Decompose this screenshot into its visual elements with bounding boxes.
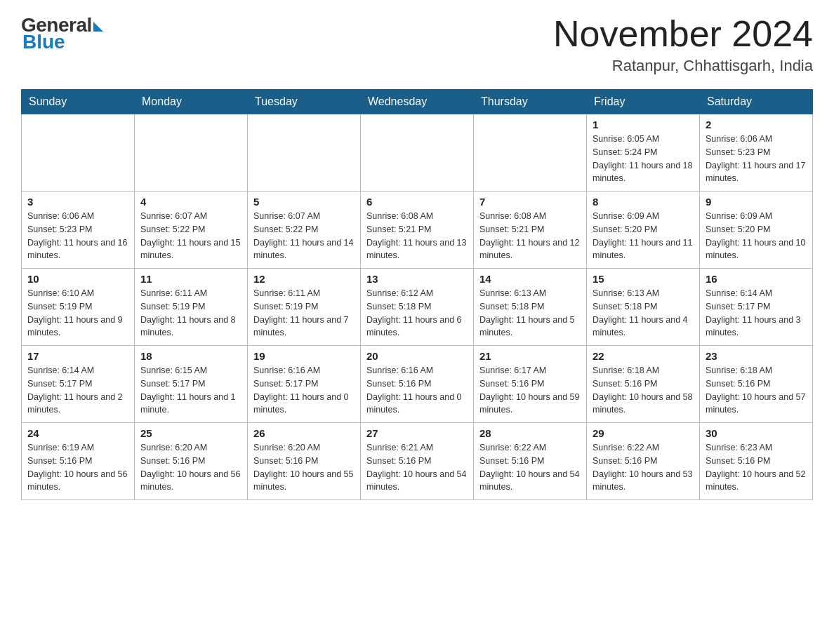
day-number: 20 xyxy=(366,350,468,362)
weekday-header: Tuesday xyxy=(248,90,361,114)
calendar-cell: 29Sunrise: 6:22 AMSunset: 5:16 PMDayligh… xyxy=(587,423,700,500)
calendar-week-row: 17Sunrise: 6:14 AMSunset: 5:17 PMDayligh… xyxy=(22,346,813,423)
day-number: 23 xyxy=(706,350,807,362)
day-info: Sunrise: 6:11 AMSunset: 5:19 PMDaylight:… xyxy=(253,287,355,340)
day-info: Sunrise: 6:15 AMSunset: 5:17 PMDaylight:… xyxy=(140,364,241,417)
day-info: Sunrise: 6:21 AMSunset: 5:16 PMDaylight:… xyxy=(366,441,468,494)
weekday-header: Saturday xyxy=(700,90,813,114)
day-info: Sunrise: 6:12 AMSunset: 5:18 PMDaylight:… xyxy=(366,287,468,340)
page-header: General Blue November 2024 Ratanpur, Chh… xyxy=(21,14,813,75)
day-number: 19 xyxy=(253,350,355,362)
calendar-cell: 3Sunrise: 6:06 AMSunset: 5:23 PMDaylight… xyxy=(22,192,135,269)
day-number: 26 xyxy=(253,427,355,439)
calendar-week-row: 3Sunrise: 6:06 AMSunset: 5:23 PMDaylight… xyxy=(22,192,813,269)
day-number: 4 xyxy=(140,196,241,208)
day-info: Sunrise: 6:23 AMSunset: 5:16 PMDaylight:… xyxy=(706,441,807,494)
day-number: 25 xyxy=(140,427,241,439)
day-info: Sunrise: 6:20 AMSunset: 5:16 PMDaylight:… xyxy=(253,441,355,494)
day-number: 16 xyxy=(706,273,807,285)
weekday-header: Sunday xyxy=(22,90,135,114)
day-number: 12 xyxy=(253,273,355,285)
day-number: 28 xyxy=(479,427,581,439)
day-info: Sunrise: 6:16 AMSunset: 5:17 PMDaylight:… xyxy=(253,364,355,417)
day-info: Sunrise: 6:22 AMSunset: 5:16 PMDaylight:… xyxy=(479,441,581,494)
day-number: 27 xyxy=(366,427,468,439)
day-info: Sunrise: 6:08 AMSunset: 5:21 PMDaylight:… xyxy=(479,210,581,262)
month-title: November 2024 xyxy=(553,14,813,54)
day-number: 5 xyxy=(253,196,355,208)
day-info: Sunrise: 6:16 AMSunset: 5:16 PMDaylight:… xyxy=(366,364,468,417)
calendar-cell: 19Sunrise: 6:16 AMSunset: 5:17 PMDayligh… xyxy=(248,346,361,423)
calendar-cell: 6Sunrise: 6:08 AMSunset: 5:21 PMDaylight… xyxy=(361,192,474,269)
weekday-header: Friday xyxy=(587,90,700,114)
calendar-cell: 9Sunrise: 6:09 AMSunset: 5:20 PMDaylight… xyxy=(700,192,813,269)
weekday-header: Wednesday xyxy=(361,90,474,114)
calendar-cell: 12Sunrise: 6:11 AMSunset: 5:19 PMDayligh… xyxy=(248,269,361,346)
calendar-cell xyxy=(248,114,361,192)
calendar-cell xyxy=(135,114,248,192)
day-number: 30 xyxy=(706,427,807,439)
calendar-cell xyxy=(361,114,474,192)
logo: General Blue xyxy=(21,14,103,53)
calendar-week-row: 24Sunrise: 6:19 AMSunset: 5:16 PMDayligh… xyxy=(22,423,813,500)
day-number: 3 xyxy=(27,196,128,208)
day-info: Sunrise: 6:08 AMSunset: 5:21 PMDaylight:… xyxy=(366,210,468,262)
day-info: Sunrise: 6:18 AMSunset: 5:16 PMDaylight:… xyxy=(706,364,807,417)
day-info: Sunrise: 6:06 AMSunset: 5:23 PMDaylight:… xyxy=(27,210,128,262)
calendar-cell: 11Sunrise: 6:11 AMSunset: 5:19 PMDayligh… xyxy=(135,269,248,346)
day-info: Sunrise: 6:20 AMSunset: 5:16 PMDaylight:… xyxy=(140,441,241,494)
calendar-cell: 4Sunrise: 6:07 AMSunset: 5:22 PMDaylight… xyxy=(135,192,248,269)
day-info: Sunrise: 6:22 AMSunset: 5:16 PMDaylight:… xyxy=(593,441,694,494)
day-number: 6 xyxy=(366,196,468,208)
calendar-cell: 7Sunrise: 6:08 AMSunset: 5:21 PMDaylight… xyxy=(474,192,587,269)
day-number: 2 xyxy=(706,119,807,130)
calendar-week-row: 1Sunrise: 6:05 AMSunset: 5:24 PMDaylight… xyxy=(22,114,813,192)
calendar-cell: 20Sunrise: 6:16 AMSunset: 5:16 PMDayligh… xyxy=(361,346,474,423)
day-number: 17 xyxy=(27,350,128,362)
calendar-cell: 23Sunrise: 6:18 AMSunset: 5:16 PMDayligh… xyxy=(700,346,813,423)
calendar-cell: 24Sunrise: 6:19 AMSunset: 5:16 PMDayligh… xyxy=(22,423,135,500)
day-info: Sunrise: 6:18 AMSunset: 5:16 PMDaylight:… xyxy=(593,364,694,417)
calendar-cell: 8Sunrise: 6:09 AMSunset: 5:20 PMDaylight… xyxy=(587,192,700,269)
calendar-cell: 30Sunrise: 6:23 AMSunset: 5:16 PMDayligh… xyxy=(700,423,813,500)
day-info: Sunrise: 6:06 AMSunset: 5:23 PMDaylight:… xyxy=(706,133,807,185)
calendar-cell: 18Sunrise: 6:15 AMSunset: 5:17 PMDayligh… xyxy=(135,346,248,423)
day-info: Sunrise: 6:11 AMSunset: 5:19 PMDaylight:… xyxy=(140,287,241,340)
day-number: 24 xyxy=(27,427,128,439)
day-info: Sunrise: 6:13 AMSunset: 5:18 PMDaylight:… xyxy=(593,287,694,340)
day-number: 18 xyxy=(140,350,241,362)
weekday-header: Monday xyxy=(135,90,248,114)
title-block: November 2024 Ratanpur, Chhattisgarh, In… xyxy=(553,14,813,75)
calendar-week-row: 10Sunrise: 6:10 AMSunset: 5:19 PMDayligh… xyxy=(22,269,813,346)
calendar-cell: 13Sunrise: 6:12 AMSunset: 5:18 PMDayligh… xyxy=(361,269,474,346)
day-info: Sunrise: 6:10 AMSunset: 5:19 PMDaylight:… xyxy=(27,287,128,340)
day-info: Sunrise: 6:09 AMSunset: 5:20 PMDaylight:… xyxy=(706,210,807,262)
day-info: Sunrise: 6:05 AMSunset: 5:24 PMDaylight:… xyxy=(593,133,694,185)
calendar-table: SundayMondayTuesdayWednesdayThursdayFrid… xyxy=(21,89,813,500)
day-info: Sunrise: 6:09 AMSunset: 5:20 PMDaylight:… xyxy=(593,210,694,262)
calendar-cell: 5Sunrise: 6:07 AMSunset: 5:22 PMDaylight… xyxy=(248,192,361,269)
calendar-cell: 21Sunrise: 6:17 AMSunset: 5:16 PMDayligh… xyxy=(474,346,587,423)
day-info: Sunrise: 6:14 AMSunset: 5:17 PMDaylight:… xyxy=(706,287,807,340)
calendar-cell: 10Sunrise: 6:10 AMSunset: 5:19 PMDayligh… xyxy=(22,269,135,346)
calendar-cell: 17Sunrise: 6:14 AMSunset: 5:17 PMDayligh… xyxy=(22,346,135,423)
day-number: 11 xyxy=(140,273,241,285)
calendar-cell: 14Sunrise: 6:13 AMSunset: 5:18 PMDayligh… xyxy=(474,269,587,346)
calendar-cell: 1Sunrise: 6:05 AMSunset: 5:24 PMDaylight… xyxy=(587,114,700,192)
day-number: 9 xyxy=(706,196,807,208)
calendar-cell: 16Sunrise: 6:14 AMSunset: 5:17 PMDayligh… xyxy=(700,269,813,346)
logo-arrow-icon xyxy=(93,22,103,32)
day-number: 8 xyxy=(593,196,694,208)
calendar-cell: 2Sunrise: 6:06 AMSunset: 5:23 PMDaylight… xyxy=(700,114,813,192)
day-info: Sunrise: 6:07 AMSunset: 5:22 PMDaylight:… xyxy=(140,210,241,262)
day-number: 7 xyxy=(479,196,581,208)
day-number: 22 xyxy=(593,350,694,362)
day-info: Sunrise: 6:13 AMSunset: 5:18 PMDaylight:… xyxy=(479,287,581,340)
day-number: 13 xyxy=(366,273,468,285)
day-info: Sunrise: 6:14 AMSunset: 5:17 PMDaylight:… xyxy=(27,364,128,417)
day-number: 10 xyxy=(27,273,128,285)
calendar-cell: 28Sunrise: 6:22 AMSunset: 5:16 PMDayligh… xyxy=(474,423,587,500)
calendar-cell: 15Sunrise: 6:13 AMSunset: 5:18 PMDayligh… xyxy=(587,269,700,346)
logo-blue-text: Blue xyxy=(22,31,65,53)
location-text: Ratanpur, Chhattisgarh, India xyxy=(553,57,813,75)
